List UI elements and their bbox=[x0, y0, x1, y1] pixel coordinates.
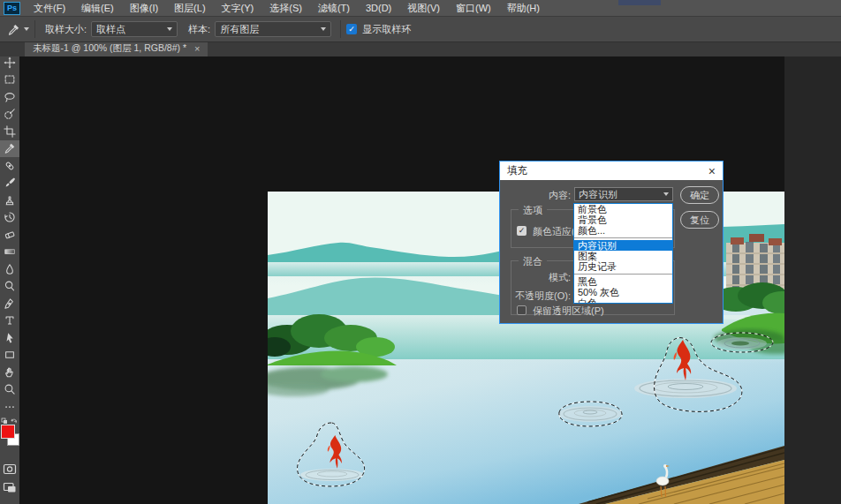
content-dropdown-list: 前景色 背景色 颜色... 内容识别 图案 历史记录 黑色 50% 灰色 白色 bbox=[573, 203, 673, 304]
foreground-color-swatch[interactable] bbox=[1, 425, 15, 439]
photoshop-window: Ps 文件(F) 编辑(E) 图像(I) 图层(L) 文字(Y) 选择(S) 滤… bbox=[0, 0, 841, 504]
dropdown-item-gray[interactable]: 50% 灰色 bbox=[574, 287, 672, 297]
blend-group-label: 混合 bbox=[519, 255, 547, 268]
eyedropper-preset-icon[interactable] bbox=[7, 23, 20, 36]
mode-label: 模式: bbox=[507, 271, 571, 284]
content-select[interactable]: 内容识别 bbox=[574, 187, 673, 201]
menu-view[interactable]: 视图(V) bbox=[399, 0, 448, 16]
spot-healing-brush-tool[interactable] bbox=[0, 157, 19, 175]
preserve-transparency-checkbox[interactable] bbox=[517, 305, 527, 315]
content-label: 内容: bbox=[507, 189, 571, 202]
content-select-value: 内容识别 bbox=[579, 188, 660, 201]
preset-chevron-icon[interactable] bbox=[24, 27, 29, 31]
sample-label: 样本: bbox=[188, 23, 210, 36]
menu-image[interactable]: 图像(I) bbox=[122, 0, 166, 16]
photoshop-logo-icon[interactable]: Ps bbox=[4, 2, 20, 15]
show-sampling-ring-label: 显示取样环 bbox=[362, 23, 411, 36]
menu-window[interactable]: 窗口(W) bbox=[448, 0, 499, 16]
edit-toolbar-ellipsis[interactable] bbox=[0, 398, 19, 416]
chevron-down-icon bbox=[167, 27, 172, 31]
blur-tool[interactable] bbox=[0, 260, 19, 278]
path-selection-tool[interactable] bbox=[0, 329, 19, 347]
ok-button[interactable]: 确定 bbox=[680, 186, 719, 204]
sample-select[interactable]: 所有图层 bbox=[215, 21, 331, 37]
dropdown-separator bbox=[574, 274, 672, 275]
menu-file[interactable]: 文件(F) bbox=[26, 0, 73, 16]
zoom-tool[interactable] bbox=[0, 381, 19, 399]
chevron-down-icon bbox=[321, 27, 326, 31]
dropdown-item-white[interactable]: 白色 bbox=[574, 297, 672, 304]
rectangular-marquee-tool[interactable] bbox=[0, 71, 19, 89]
separator bbox=[34, 20, 35, 38]
dropdown-separator bbox=[574, 237, 672, 238]
dialog-close-icon[interactable]: × bbox=[708, 165, 716, 177]
sample-size-value: 取样点 bbox=[96, 23, 162, 36]
dropdown-item-pattern[interactable]: 图案 bbox=[574, 251, 672, 261]
menu-layer[interactable]: 图层(L) bbox=[166, 0, 213, 16]
dropdown-item-color[interactable]: 颜色... bbox=[574, 225, 672, 236]
workspace-right-area bbox=[784, 56, 841, 504]
dropdown-item-history[interactable]: 历史记录 bbox=[574, 261, 672, 272]
menu-filter[interactable]: 滤镜(T) bbox=[310, 0, 358, 16]
quick-mask-mode-icon[interactable] bbox=[3, 463, 17, 475]
dropdown-item-content-aware[interactable]: 内容识别 bbox=[574, 240, 672, 251]
options-group-label: 选项 bbox=[519, 204, 547, 217]
eyedropper-tool[interactable] bbox=[0, 140, 19, 158]
type-tool[interactable] bbox=[0, 312, 19, 330]
brush-tool[interactable] bbox=[0, 175, 19, 192]
sample-size-select[interactable]: 取样点 bbox=[91, 21, 178, 37]
tools-panel bbox=[0, 49, 19, 504]
preserve-transparency-label: 保留透明区域(P) bbox=[533, 305, 656, 318]
document-tab-bar: 未标题-1 @ 100% (图层 1, RGB/8#) * × bbox=[0, 41, 841, 56]
dropdown-item-foreground[interactable]: 前景色 bbox=[574, 204, 672, 214]
dropdown-item-background[interactable]: 背景色 bbox=[574, 214, 672, 225]
toolbar-bottom-icons bbox=[0, 463, 19, 493]
hand-tool[interactable] bbox=[0, 364, 19, 381]
gradient-tool[interactable] bbox=[0, 244, 19, 261]
opacity-label: 不透明度(O): bbox=[507, 290, 571, 303]
tab-close-icon[interactable]: × bbox=[194, 43, 200, 54]
quick-selection-tool[interactable] bbox=[0, 106, 19, 124]
separator bbox=[340, 20, 341, 38]
chevron-down-icon bbox=[663, 192, 669, 196]
sample-value: 所有图层 bbox=[220, 23, 315, 36]
crop-tool[interactable] bbox=[0, 123, 19, 140]
dodge-tool[interactable] bbox=[0, 278, 19, 296]
fill-dialog-title: 填充 bbox=[507, 164, 708, 177]
menu-type[interactable]: 文字(Y) bbox=[214, 0, 262, 16]
clone-stamp-tool[interactable] bbox=[0, 192, 19, 209]
show-sampling-ring-checkbox[interactable]: ✓ bbox=[346, 24, 357, 34]
menu-select[interactable]: 选择(S) bbox=[261, 0, 310, 16]
lasso-tool[interactable] bbox=[0, 88, 19, 106]
pen-tool[interactable] bbox=[0, 295, 19, 312]
document-tab-title: 未标题-1 @ 100% (图层 1, RGB/8#) * bbox=[33, 42, 186, 55]
menu-3d[interactable]: 3D(D) bbox=[358, 0, 399, 16]
default-and-swap-colors-icons[interactable] bbox=[0, 417, 19, 425]
color-adaptation-checkbox[interactable]: ✓ bbox=[517, 226, 527, 236]
rectangle-tool[interactable] bbox=[0, 347, 19, 365]
fill-dialog-titlebar[interactable]: 填充 × bbox=[500, 162, 723, 180]
menu-help[interactable]: 帮助(H) bbox=[499, 0, 548, 16]
eraser-tool[interactable] bbox=[0, 226, 19, 244]
water-ripple-middle bbox=[558, 406, 622, 422]
fill-dialog: 填充 × 内容: 内容识别 确定 复位 选项 ✓ 颜色适应(C) 混合 模式: … bbox=[499, 161, 724, 324]
reset-button[interactable]: 复位 bbox=[680, 211, 719, 229]
sample-size-label: 取样大小: bbox=[45, 23, 87, 36]
screen-mode-icon[interactable] bbox=[3, 482, 17, 493]
color-swatch-area bbox=[0, 417, 19, 458]
menu-edit[interactable]: 编辑(E) bbox=[73, 0, 122, 16]
history-brush-tool[interactable] bbox=[0, 209, 19, 227]
options-bar: 取样大小: 取样点 样本: 所有图层 ✓ 显示取样环 bbox=[0, 16, 841, 42]
menu-bar: Ps 文件(F) 编辑(E) 图像(I) 图层(L) 文字(Y) 选择(S) 滤… bbox=[0, 0, 841, 16]
document-tab[interactable]: 未标题-1 @ 100% (图层 1, RGB/8#) * × bbox=[25, 41, 208, 56]
dropdown-item-black[interactable]: 黑色 bbox=[574, 276, 672, 287]
overlapping-window-fragment bbox=[618, 0, 661, 5]
